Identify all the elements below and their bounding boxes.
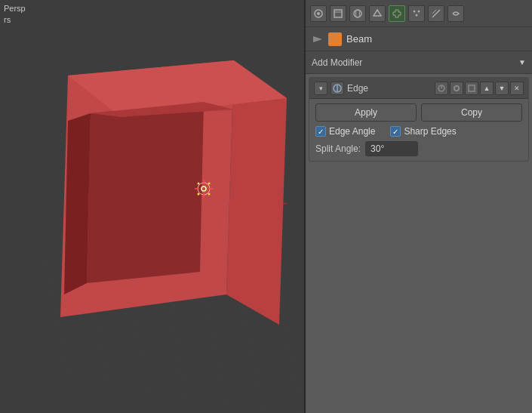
svg-point-35	[317, 12, 320, 15]
constraints-icon[interactable]	[447, 5, 464, 22]
object-type-icon	[328, 32, 342, 46]
particles-icon[interactable]	[408, 5, 425, 22]
edge-angle-checkbox-item: ✓ Edge Angle	[315, 126, 375, 137]
modifier-card: ▾ Edge ▲ ▼ ✕	[309, 77, 529, 162]
svg-point-30	[198, 183, 200, 185]
svg-point-39	[356, 10, 360, 17]
svg-point-42	[418, 10, 420, 12]
render-icon[interactable]	[310, 5, 327, 22]
modifier-down-btn[interactable]: ▼	[495, 82, 509, 95]
modifier-action-buttons: Apply Copy	[315, 103, 522, 122]
object-properties-icon[interactable]	[369, 5, 386, 22]
modifier-controls: ▲ ▼ ✕	[435, 82, 524, 95]
svg-point-53	[455, 87, 458, 90]
modifier-collapse-btn[interactable]: ▾	[314, 82, 328, 95]
physics-icon[interactable]	[428, 5, 444, 22]
copy-button[interactable]: Copy	[421, 103, 522, 122]
modifier-body: Apply Copy ✓ Edge Angle ✓ Sharp Edges Sp…	[309, 99, 528, 161]
split-angle-label: Split Angle:	[315, 143, 361, 154]
modifier-realtime-toggle[interactable]	[435, 82, 448, 95]
scene-icon[interactable]	[330, 5, 346, 22]
viewport-rs-label: rs	[4, 15, 11, 24]
world-icon[interactable]	[349, 5, 366, 22]
svg-line-45	[432, 10, 436, 14]
viewport-persp-label: Persp	[4, 4, 26, 13]
modifier-checkboxes: ✓ Edge Angle ✓ Sharp Edges	[315, 126, 522, 137]
split-angle-field[interactable]: 30°	[365, 141, 418, 156]
add-modifier-dropdown-arrow: ▼	[518, 58, 526, 66]
sharp-edges-label: Sharp Edges	[404, 126, 456, 137]
modifier-type-icon	[331, 82, 344, 95]
modifier-close-btn[interactable]: ✕	[510, 82, 524, 95]
modifier-header: ▾ Edge ▲ ▼ ✕	[309, 78, 528, 99]
properties-toolbar	[306, 0, 532, 27]
svg-marker-46	[313, 36, 322, 42]
svg-point-41	[414, 10, 416, 12]
edge-angle-checkbox[interactable]: ✓	[315, 126, 326, 137]
modifier-properties-icon[interactable]	[389, 5, 405, 22]
svg-marker-47	[331, 35, 340, 42]
modifier-render-toggle[interactable]	[450, 82, 463, 95]
edge-angle-label: Edge Angle	[329, 126, 375, 137]
viewport: Persp rs	[0, 0, 306, 413]
sharp-edges-checkbox-item: ✓ Sharp Edges	[390, 126, 456, 137]
add-modifier-row[interactable]: Add Modifier ▼	[306, 51, 532, 74]
svg-rect-54	[469, 85, 475, 91]
svg-point-43	[416, 14, 418, 16]
modifier-name-label: Edge	[347, 83, 432, 94]
apply-button[interactable]: Apply	[315, 103, 417, 122]
object-name-row: Beam	[306, 27, 532, 51]
svg-marker-40	[374, 10, 381, 16]
modifier-edit-toggle[interactable]	[465, 82, 478, 95]
sharp-edges-checkbox[interactable]: ✓	[390, 126, 401, 137]
svg-line-44	[432, 10, 440, 17]
svg-point-32	[198, 193, 200, 196]
nav-arrow-icon	[312, 33, 324, 45]
svg-point-31	[208, 183, 211, 185]
add-modifier-label: Add Modifier	[312, 57, 362, 68]
split-angle-row: Split Angle: 30°	[315, 141, 522, 156]
svg-marker-20	[87, 102, 204, 283]
svg-point-33	[208, 193, 211, 196]
svg-marker-21	[64, 113, 91, 294]
svg-point-38	[354, 10, 361, 17]
properties-panel: Beam Add Modifier ▼ ▾ Edge	[306, 0, 532, 413]
modifier-up-btn[interactable]: ▲	[480, 82, 494, 95]
object-name-label: Beam	[346, 33, 372, 45]
svg-rect-36	[334, 10, 342, 17]
